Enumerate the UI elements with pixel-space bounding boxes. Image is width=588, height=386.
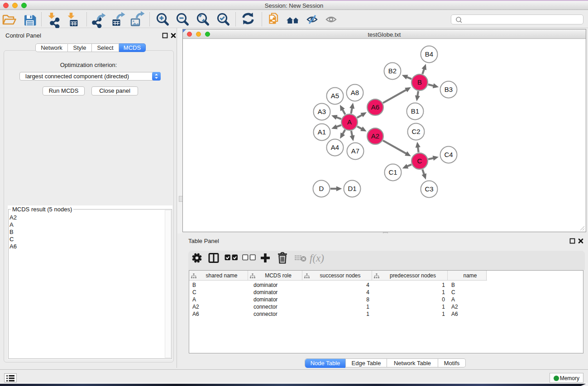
svg-text:A7: A7 bbox=[351, 147, 359, 155]
svg-text:C2: C2 bbox=[411, 128, 420, 135]
svg-text:C: C bbox=[417, 157, 422, 165]
svg-text:B3: B3 bbox=[445, 86, 453, 93]
svg-text:B2: B2 bbox=[388, 67, 397, 75]
svg-text:A4: A4 bbox=[331, 143, 339, 151]
svg-text:B: B bbox=[417, 78, 422, 86]
svg-text:A3: A3 bbox=[318, 108, 326, 115]
svg-text:A: A bbox=[347, 118, 352, 126]
svg-text:D: D bbox=[319, 185, 324, 192]
svg-text:C1: C1 bbox=[388, 168, 397, 176]
svg-text:D1: D1 bbox=[348, 185, 356, 192]
svg-text:B4: B4 bbox=[425, 50, 433, 58]
svg-text:A5: A5 bbox=[331, 92, 339, 100]
svg-text:C4: C4 bbox=[444, 151, 453, 158]
svg-text:A8: A8 bbox=[351, 89, 359, 96]
svg-text:A1: A1 bbox=[318, 128, 326, 136]
svg-text:B1: B1 bbox=[411, 107, 419, 115]
svg-text:A2: A2 bbox=[371, 132, 379, 140]
svg-text:A6: A6 bbox=[371, 103, 379, 111]
svg-text:C3: C3 bbox=[425, 185, 433, 193]
